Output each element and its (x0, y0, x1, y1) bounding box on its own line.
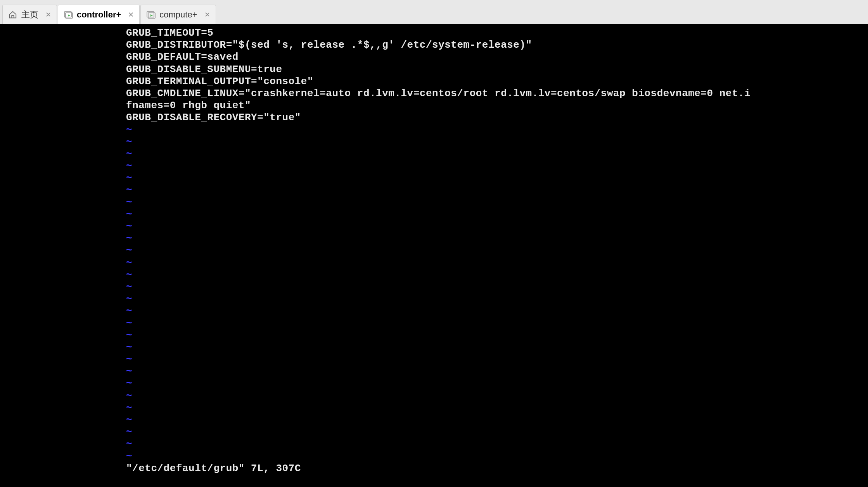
tab-bar: 主页 ✕ controller+ ✕ compute+ ✕ (0, 0, 868, 24)
close-icon[interactable]: ✕ (128, 10, 134, 19)
home-icon (8, 10, 17, 19)
tab-home[interactable]: 主页 ✕ (2, 5, 57, 24)
tab-label: controller+ (77, 10, 121, 20)
tab-compute[interactable]: compute+ ✕ (140, 5, 216, 24)
vm-icon (146, 10, 156, 19)
tilde-lines: ~ ~ ~ ~ ~ ~ ~ ~ ~ ~ ~ ~ ~ ~ ~ ~ ~ ~ ~ ~ … (126, 124, 868, 463)
tab-label: 主页 (21, 9, 38, 21)
tab-label: compute+ (159, 10, 197, 20)
file-content: GRUB_TIMEOUT=5 GRUB_DISTRIBUTOR="$(sed '… (126, 27, 868, 124)
close-icon[interactable]: ✕ (204, 10, 210, 19)
vm-icon (64, 10, 73, 19)
status-line: "/etc/default/grub" 7L, 307C (126, 463, 868, 475)
tab-controller[interactable]: controller+ ✕ (58, 5, 140, 24)
close-icon[interactable]: ✕ (45, 10, 51, 19)
terminal[interactable]: GRUB_TIMEOUT=5 GRUB_DISTRIBUTOR="$(sed '… (0, 24, 868, 487)
